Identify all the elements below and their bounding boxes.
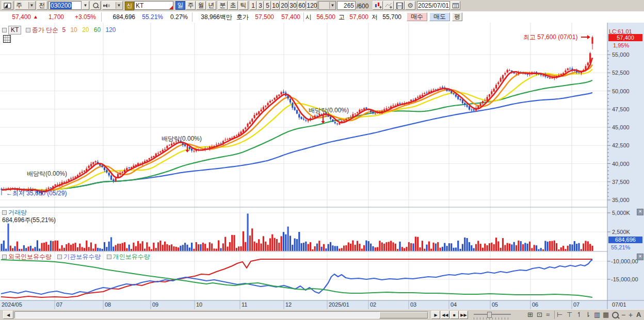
- empty-combo[interactable]: ▼: [318, 1, 336, 10]
- ask-price: 57,500: [250, 13, 274, 21]
- code-dropdown[interactable]: ▼: [82, 1, 89, 10]
- add-candle-icon[interactable]: [373, 1, 383, 10]
- scrollbar-thumb[interactable]: [379, 312, 428, 318]
- minute-20-button[interactable]: 20: [280, 1, 288, 10]
- price-tick-label: 52,500: [612, 70, 630, 76]
- holdings-tick-label: -10,000,00: [611, 258, 638, 264]
- stock-name: KT: [136, 2, 143, 9]
- stop-button[interactable]: ■: [450, 311, 459, 319]
- play-button[interactable]: ▶: [431, 311, 440, 319]
- rewind-button[interactable]: ◀◀: [441, 311, 449, 319]
- minute-3-button[interactable]: 3: [257, 1, 264, 10]
- period-minute-button[interactable]: 분: [218, 1, 228, 10]
- turnover-percent: 55.21%: [138, 13, 163, 21]
- foreign-holdings-label[interactable]: 외국인보유수량: [8, 253, 52, 260]
- grid-tool-icon[interactable]: [3, 35, 11, 44]
- date-input[interactable]: 2025/07/01: [417, 1, 450, 10]
- close-icon[interactable]: ✕: [637, 254, 643, 260]
- x-axis-label: 07: [573, 301, 579, 308]
- chart-settings-icon[interactable]: ▦: [603, 311, 609, 319]
- chart-window-icon[interactable]: [2, 1, 13, 10]
- sell-button[interactable]: 매도: [429, 12, 450, 21]
- ma5-label[interactable]: 5: [62, 26, 66, 33]
- x-axis-label: 03: [410, 301, 416, 308]
- candle-large-icon[interactable]: ⇂: [585, 311, 591, 319]
- legend-symbol[interactable]: KT: [8, 26, 21, 35]
- main-chart[interactable]: 55,00052,50050,00047,50045,00042,50040,0…: [0, 23, 644, 309]
- prev-stock-button[interactable]: 전: [37, 1, 47, 10]
- close-icon[interactable]: ✕: [637, 209, 643, 215]
- zoom-out-button[interactable]: −: [621, 311, 625, 319]
- buy-button[interactable]: 매수: [407, 12, 427, 21]
- sound-combo[interactable]: ▼: [102, 1, 123, 10]
- x-axis-label: 05: [492, 301, 498, 308]
- stock-status-badge: 신: [125, 2, 134, 10]
- speed-slider[interactable]: [474, 312, 511, 319]
- save-icon[interactable]: [394, 1, 405, 10]
- x-axis-label: 2024/05: [2, 301, 22, 308]
- scroll-left-button[interactable]: ◀: [3, 311, 13, 319]
- minute-30-button[interactable]: 30: [289, 1, 297, 10]
- minute-120-button[interactable]: 120: [307, 1, 317, 10]
- timeframe-combo[interactable]: 주▼: [15, 1, 36, 10]
- x-axis-corner-label: 07/01: [612, 301, 626, 308]
- rate-percent: 0.27%: [166, 13, 188, 21]
- minute-5-button[interactable]: 5: [264, 1, 271, 10]
- institution-holdings-label[interactable]: 기관보유수량: [63, 253, 101, 260]
- minute-1-button[interactable]: 1: [250, 1, 256, 10]
- individual-holdings-label[interactable]: 개인보유수량: [113, 253, 150, 260]
- x-axis-label: 07: [56, 301, 62, 308]
- magnifier-icon[interactable]: [612, 312, 619, 320]
- chevron-down-icon[interactable]: ▼: [28, 2, 35, 9]
- volume-value: 684,696: [105, 13, 135, 21]
- period-month-button[interactable]: 월: [196, 1, 206, 10]
- trendline-icon[interactable]: ≈: [546, 311, 550, 319]
- volume-current-box: 684,696: [608, 237, 642, 243]
- period-week-button[interactable]: 주: [186, 1, 196, 10]
- hoga-label: 호가: [236, 13, 249, 21]
- ma120-label[interactable]: 120: [106, 26, 116, 33]
- minute-60-button[interactable]: 60: [298, 1, 306, 10]
- code-input[interactable]: 030200: [49, 1, 82, 10]
- calendar-icon[interactable]: [450, 1, 460, 10]
- x-axis-label: 11: [242, 301, 247, 308]
- zoom-in-button[interactable]: +: [629, 311, 633, 319]
- avg-button[interactable]: 평: [452, 12, 462, 21]
- search-button[interactable]: [90, 1, 101, 10]
- volume-tick-label: 5,000K: [612, 210, 631, 216]
- price-tick-label: 37,500: [612, 179, 630, 185]
- ma20-label[interactable]: 20: [82, 26, 89, 33]
- candle-small-icon[interactable]: ↿: [576, 311, 582, 319]
- bar-count-input[interactable]: 265: [337, 1, 356, 10]
- chevron-down-icon[interactable]: ▼: [116, 2, 122, 9]
- main-toolbar: 주▼ 전 030200 ▼ ▼ 신 KT 일 주 월 년 분 초 틱 1 3 5…: [0, 0, 644, 12]
- window-cascade-icon[interactable]: ⊡: [537, 311, 542, 319]
- cursor-tool-icon[interactable]: ▥: [594, 311, 600, 319]
- window-add-icon[interactable]: ⊞: [527, 311, 533, 319]
- chart-area: 55,00052,50050,00047,50045,00042,50040,0…: [0, 23, 644, 309]
- left-scale-icon[interactable]: ⊢: [557, 311, 562, 319]
- ma60-label[interactable]: 60: [94, 26, 101, 33]
- x-axis-label: 2025/01: [329, 301, 349, 308]
- low-price: 55,700: [378, 13, 401, 21]
- period-tick-button[interactable]: 틱: [238, 1, 248, 10]
- stock-name-field[interactable]: KT: [134, 1, 173, 10]
- volume-value-text: 684,696주(55,21%): [2, 216, 56, 225]
- gear-icon[interactable]: ⚙: [405, 1, 415, 10]
- ma10-label[interactable]: 10: [70, 26, 77, 33]
- period-year-button[interactable]: 년: [206, 1, 216, 10]
- fast-forward-button[interactable]: ▶▶: [459, 311, 468, 319]
- legend-type-label: 종가 단순: [32, 26, 58, 33]
- font-button[interactable]: A: [636, 311, 641, 319]
- top-scale-icon[interactable]: ⊤: [567, 311, 572, 319]
- period-day-button[interactable]: 일: [175, 1, 185, 10]
- bid-price: 57,400: [277, 13, 300, 21]
- period-second-button[interactable]: 초: [228, 1, 238, 10]
- x-axis-label: 02: [370, 301, 376, 308]
- low-label: 저: [372, 13, 378, 21]
- chart-annotation: 배당락(0.00%): [162, 135, 202, 142]
- minute-10-button[interactable]: 10: [271, 1, 280, 10]
- hts-chart-window: { "toolbar": { "timeframe_combo": "주", "…: [0, 0, 644, 320]
- add-line-icon[interactable]: [383, 1, 394, 10]
- chart-scrollbar[interactable]: [14, 311, 428, 318]
